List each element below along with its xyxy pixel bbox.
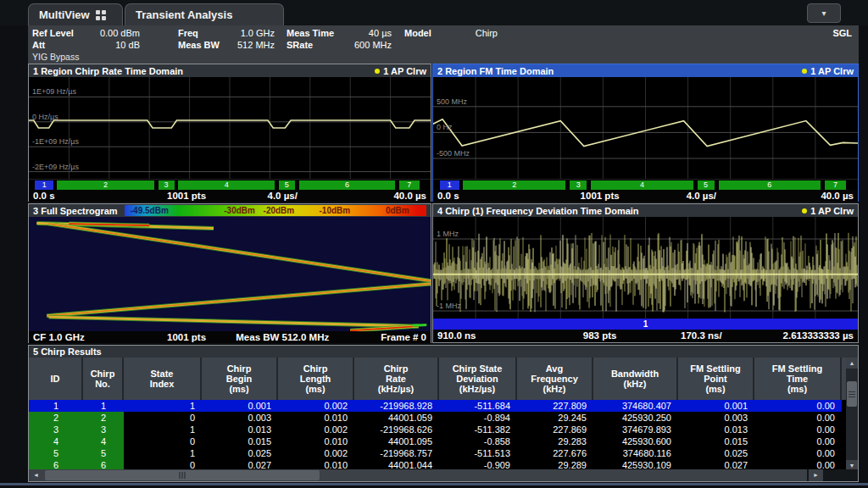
region-segment-6[interactable]: 6 bbox=[299, 180, 396, 190]
table-cell: 29.283 bbox=[517, 435, 593, 447]
window-dropdown-button[interactable]: ▾ bbox=[807, 3, 841, 23]
table-cell: -511.513 bbox=[439, 447, 517, 459]
yig-bypass-label: YIG Bypass bbox=[32, 52, 79, 62]
table-cell: 2 bbox=[29, 412, 83, 424]
table-row[interactable]: 3310.0130.002-219968.626-511.382227.8693… bbox=[29, 424, 848, 435]
legend-label: 0dBm bbox=[386, 205, 409, 216]
region-segment-7[interactable]: 7 bbox=[399, 180, 420, 190]
scroll-right-button[interactable]: ► bbox=[809, 469, 823, 481]
table-cell: 29.245 bbox=[517, 412, 593, 424]
ref-level-label: Ref Level bbox=[32, 28, 74, 39]
table-cell: 4 bbox=[29, 435, 83, 447]
table-column-header[interactable]: Chirp State Deviation (kHz/µs) bbox=[439, 358, 517, 400]
table-cell: 0.00 bbox=[754, 447, 842, 459]
tab-transient-analysis[interactable]: Transient Analysis bbox=[125, 3, 284, 25]
panel-fm-title: 2 Region FM Time Domain bbox=[437, 66, 554, 76]
table-column-header[interactable]: Chirp Length (ms) bbox=[278, 358, 354, 400]
footer-points: 983 pts bbox=[549, 330, 651, 341]
table-row[interactable]: 2200.0030.01044001.059-0.89429.245425930… bbox=[29, 412, 848, 424]
region-segment-2[interactable]: 2 bbox=[57, 180, 154, 190]
region-segment-3[interactable]: 3 bbox=[570, 180, 587, 190]
meas-time-value: 40 µs bbox=[369, 28, 392, 39]
table-row[interactable]: 4400.0150.01044001.095-0.85829.283425930… bbox=[29, 435, 848, 447]
chirp-index-bar: 1 bbox=[433, 319, 858, 330]
horizontal-scroll-thumb[interactable] bbox=[45, 470, 320, 480]
region-segment-3[interactable]: 3 bbox=[159, 180, 175, 190]
panel-spectrogram-titlebar[interactable]: 3 Full Spectrogram -49.5dBm-30dBm-20dBm-… bbox=[29, 204, 431, 217]
table-cell: 0.001 bbox=[202, 400, 278, 412]
table-cell: 0.015 bbox=[202, 435, 278, 447]
trace-dot-icon bbox=[375, 69, 380, 74]
region-segment-1[interactable]: 1 bbox=[440, 180, 460, 190]
meas-bw-label: Meas BW bbox=[178, 40, 220, 51]
vertical-scroll-thumb[interactable] bbox=[847, 381, 857, 407]
region-segment-5[interactable]: 5 bbox=[698, 180, 715, 190]
table-cell: 0.013 bbox=[202, 424, 278, 435]
table-cell: 0 bbox=[124, 435, 202, 447]
table-column-header[interactable]: State Index bbox=[124, 358, 202, 400]
footer-scale: 4.0 µs/ bbox=[235, 191, 331, 201]
table-cell: -219968.757 bbox=[354, 447, 439, 459]
table-column-header[interactable]: Bandwidth (kHz) bbox=[593, 358, 678, 400]
region-segment-6[interactable]: 6 bbox=[719, 180, 821, 190]
srate-label: SRate bbox=[287, 40, 313, 51]
table-cell: 0.00 bbox=[754, 412, 842, 424]
srate-value: 600 MHz bbox=[354, 40, 392, 51]
panel-fm-titlebar[interactable]: 2 Region FM Time Domain 1 AP Clrw bbox=[433, 64, 858, 77]
tab-multiview[interactable]: MultiView bbox=[28, 3, 123, 25]
table-cell: 227.809 bbox=[517, 400, 593, 412]
freq-label: Freq bbox=[178, 28, 198, 39]
scroll-left-button[interactable]: ◄ bbox=[29, 469, 43, 481]
table-cell: 0.013 bbox=[678, 424, 754, 435]
chirp-rate-plot: 1E+09 Hz/µs0 Hz/µs-1E+09 Hz/µs-2E+09 Hz/… bbox=[29, 77, 431, 179]
table-row[interactable]: 5510.0250.002-219968.757-511.513227.6763… bbox=[29, 447, 848, 459]
footer-stop: 40.0 µs bbox=[331, 191, 426, 201]
table-cell: -511.382 bbox=[439, 424, 517, 435]
table-horizontal-scrollbar[interactable]: ◄ ► bbox=[29, 469, 858, 481]
spectrogram-color-legend: -49.5dBm-30dBm-20dBm-10dBm0dBm bbox=[125, 205, 426, 216]
table-row[interactable]: 1110.0010.002-219968.928-511.684227.8093… bbox=[29, 400, 848, 412]
panel-spectrogram-title: 3 Full Spectrogram bbox=[33, 206, 118, 216]
att-label: Att bbox=[32, 40, 45, 51]
trace-label: 1 AP Clrw bbox=[383, 66, 426, 76]
panel-fm-time-domain: 2 Region FM Time Domain 1 AP Clrw 500 MH… bbox=[432, 64, 859, 202]
footer-points: 1001 pts bbox=[138, 332, 234, 342]
table-column-header[interactable]: FM Settling Time (ms) bbox=[754, 358, 842, 400]
table-cell: 3 bbox=[29, 424, 83, 435]
table-cell: 0.002 bbox=[278, 424, 354, 435]
table-cell: 2 bbox=[83, 412, 124, 424]
tab-transient-label: Transient Analysis bbox=[136, 8, 232, 21]
table-header-row: IDChirp No.State IndexChirp Begin (ms)Ch… bbox=[29, 358, 848, 400]
region-segment-4[interactable]: 4 bbox=[178, 180, 275, 190]
table-cell: 44001.095 bbox=[354, 435, 439, 447]
table-cell: 1 bbox=[124, 400, 202, 412]
table-cell: 5 bbox=[29, 447, 83, 459]
region-segment-2[interactable]: 2 bbox=[463, 180, 565, 190]
table-cell: 227.869 bbox=[517, 424, 593, 435]
trace-dot-icon bbox=[802, 208, 807, 214]
tab-bar: MultiView Transient Analysis ▾ bbox=[0, 0, 868, 25]
table-cell: 374680.116 bbox=[593, 447, 678, 459]
region-segment-4[interactable]: 4 bbox=[591, 180, 693, 190]
table-column-header[interactable]: Chirp Begin (ms) bbox=[202, 358, 278, 400]
table-column-header[interactable]: ID bbox=[29, 358, 83, 400]
table-vertical-scrollbar[interactable]: ▲ ▼ bbox=[846, 358, 858, 471]
legend-label: -10dBm bbox=[319, 205, 350, 216]
table-column-header[interactable]: Chirp No. bbox=[83, 358, 124, 400]
region-segment-7[interactable]: 7 bbox=[825, 180, 846, 190]
spectrogram-plot bbox=[29, 217, 431, 331]
table-column-header[interactable]: FM Settling Point (ms) bbox=[678, 358, 754, 400]
panel-spectrogram: 3 Full Spectrogram -49.5dBm-30dBm-20dBm-… bbox=[28, 203, 431, 343]
panel-chirp-rate-titlebar[interactable]: 1 Region Chirp Rate Time Domain 1 AP Clr… bbox=[29, 64, 431, 77]
table-cell: 425930.250 bbox=[593, 412, 678, 424]
table-column-header[interactable]: Chirp Rate (kHz/µs) bbox=[354, 358, 439, 400]
panel-freq-deviation-titlebar[interactable]: 4 Chirp (1) Frequency Deviation Time Dom… bbox=[433, 204, 858, 217]
region-segment-5[interactable]: 5 bbox=[279, 180, 295, 190]
table-column-header[interactable]: Avg Frequency (kHz) bbox=[517, 358, 593, 400]
table-cell: 0.003 bbox=[678, 412, 754, 424]
chirp-results-title: 5 Chirp Results bbox=[29, 346, 858, 358]
region-segment-1[interactable]: 1 bbox=[35, 180, 53, 190]
table-cell: 0 bbox=[124, 412, 202, 424]
scroll-up-button[interactable]: ▲ bbox=[846, 358, 858, 369]
legend-label: -30dBm bbox=[224, 205, 255, 216]
